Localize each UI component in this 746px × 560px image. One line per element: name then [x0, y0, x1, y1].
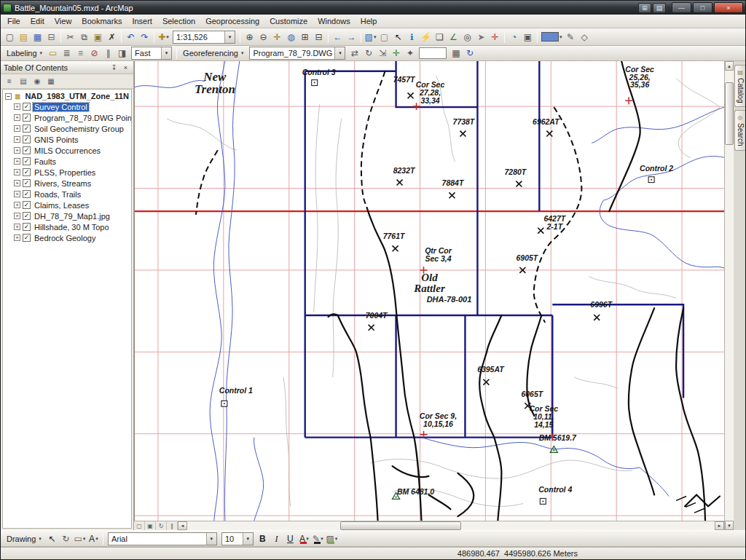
lock-labels-icon[interactable]: ⊘	[87, 47, 101, 60]
rotation-input[interactable]	[419, 47, 447, 59]
hyperlink-icon[interactable]: ⚡	[419, 31, 433, 44]
find-route-icon[interactable]: ➤	[474, 31, 488, 44]
list-by-drawing-order-icon[interactable]: ≡	[3, 76, 16, 87]
update-display-icon[interactable]: ↻	[463, 47, 476, 60]
expand-icon[interactable]: +	[14, 103, 20, 110]
measure-icon[interactable]: ∠	[447, 31, 460, 44]
collapse-icon[interactable]: −	[5, 93, 12, 100]
menu-help[interactable]: Help	[356, 15, 382, 27]
expand-icon[interactable]: +	[14, 234, 20, 241]
scroll-down-icon[interactable]: ▼	[725, 521, 734, 530]
save-icon[interactable]: ▦	[31, 31, 44, 44]
back-extent-icon[interactable]: ←	[331, 31, 345, 44]
label-weight-icon[interactable]: ≡	[74, 47, 87, 60]
toc-layer-rivers-streams[interactable]: +✓Rivers, Streams	[3, 178, 131, 189]
layer-visibility-checkbox[interactable]: ✓	[23, 201, 31, 209]
layer-visibility-checkbox[interactable]: ✓	[23, 135, 31, 143]
menu-edit[interactable]: Edit	[25, 15, 50, 27]
minimize-button[interactable]: —	[672, 2, 691, 13]
link-table-icon[interactable]: ▦	[449, 47, 463, 60]
undo-icon[interactable]: ↶	[124, 31, 138, 44]
dropdown-arrow-icon[interactable]: ▾	[224, 31, 235, 43]
find-icon[interactable]: ◎	[460, 31, 474, 44]
pause-labeling-icon[interactable]: ∥	[101, 47, 115, 60]
font-size-combo[interactable]: 10▾	[221, 532, 254, 545]
menu-windows[interactable]: Windows	[313, 15, 356, 27]
dropdown-arrow-icon[interactable]: ▾	[206, 533, 216, 545]
style-menu-icon[interactable]: ▤	[653, 3, 666, 13]
font-color-button[interactable]: A▾	[297, 532, 311, 545]
toc-layer-survey-control[interactable]: +✓Survey Control	[3, 101, 131, 112]
toc-layer-gnis-points[interactable]: +✓GNIS Points	[3, 134, 131, 145]
toc-layer-faults[interactable]: +✓Faults	[3, 156, 131, 167]
toc-layer-program-78-79-dwg-point[interactable]: +✓Program_78_79.DWG Point	[3, 112, 131, 123]
add-control-points-icon[interactable]: ✛	[389, 47, 403, 60]
layer-visibility-checkbox[interactable]: ✓	[23, 157, 31, 165]
auto-hide-pin-icon[interactable]: ↧	[109, 64, 119, 71]
scroll-right-icon[interactable]: ►	[715, 521, 724, 530]
fixed-zoom-in-icon[interactable]: ⊞	[298, 31, 312, 44]
vertical-scroll-track[interactable]	[725, 71, 734, 521]
layer-visibility-checkbox[interactable]: ✓	[23, 146, 31, 154]
shape-tool-icon[interactable]: ▭▾	[73, 532, 87, 545]
labeling-menu[interactable]: Labeling▾	[3, 48, 46, 58]
toc-layer-dh-78-79-map1-jpg[interactable]: +✓DH_78_79_Map1.jpg	[3, 210, 131, 221]
drawing-menu[interactable]: Drawing▾	[3, 534, 45, 544]
dropdown-arrow-icon[interactable]: ▾	[161, 47, 171, 59]
clear-selection-icon[interactable]: ▢	[377, 31, 391, 44]
expand-icon[interactable]: +	[14, 125, 20, 132]
expand-icon[interactable]: +	[14, 191, 20, 197]
line-color-button[interactable]: ✎▾	[311, 532, 325, 545]
fixed-zoom-out-icon[interactable]: ⊟	[312, 31, 326, 44]
expand-icon[interactable]: +	[14, 213, 20, 219]
layer-visibility-checkbox[interactable]: ✓	[23, 190, 31, 198]
layer-visibility-checkbox[interactable]: ✓	[23, 125, 31, 133]
menu-geoprocessing[interactable]: Geoprocessing	[200, 15, 264, 27]
list-by-visibility-icon[interactable]: ◉	[31, 76, 44, 87]
data-view-button[interactable]: ▢	[134, 521, 145, 530]
expand-icon[interactable]: +	[14, 202, 20, 208]
new-map-icon[interactable]: ▢	[3, 31, 17, 44]
open-icon[interactable]: ▤	[17, 31, 31, 44]
add-data-icon[interactable]: ✚▾	[157, 31, 170, 44]
menu-file[interactable]: File	[2, 15, 25, 27]
layout-view-button[interactable]: ▣	[145, 521, 156, 530]
menu-insert[interactable]: Insert	[127, 15, 157, 27]
layer-visibility-checkbox[interactable]: ✓	[23, 223, 31, 231]
text-tool-icon[interactable]: A▾	[87, 532, 101, 545]
scroll-up-icon[interactable]: ▲	[725, 61, 734, 71]
toc-root-item[interactable]: − ≣ NAD_1983_UTM_Zone_11N	[3, 91, 131, 101]
refresh-view-button[interactable]: ↻	[156, 521, 167, 530]
toc-layer-plss-properties[interactable]: +✓PLSS, Properties	[3, 167, 131, 178]
view-unplaced-icon[interactable]: ◨	[115, 47, 129, 60]
fill-color-button[interactable]: ▨▾	[325, 532, 339, 545]
layer-visibility-checkbox[interactable]: ✓	[23, 168, 31, 176]
menu-customize[interactable]: Customize	[264, 15, 313, 27]
label-priority-icon[interactable]: ≣	[60, 47, 74, 60]
style-swatch[interactable]: ▾	[541, 32, 562, 42]
layer-visibility-checkbox[interactable]: ✓	[23, 103, 31, 111]
layer-visibility-checkbox[interactable]: ✓	[23, 179, 31, 187]
select-elements-icon[interactable]: ↖	[391, 31, 405, 44]
expand-icon[interactable]: +	[14, 114, 20, 121]
redo-icon[interactable]: ↷	[138, 31, 152, 44]
menu-selection[interactable]: Selection	[157, 15, 200, 27]
zoom-out-icon[interactable]: ⊖	[256, 31, 270, 44]
select-features-icon[interactable]: ▧▾	[364, 31, 377, 44]
auto-adjust-icon[interactable]: ✦	[403, 47, 417, 60]
expand-icon[interactable]: +	[14, 180, 20, 186]
close-button[interactable]: ×	[714, 2, 743, 13]
identify-icon[interactable]: ℹ	[405, 31, 419, 44]
italic-button[interactable]: I	[270, 532, 283, 545]
map-canvas[interactable]: Control 3NewTrenton7457TCor Sec27,28,33,…	[135, 61, 724, 521]
toc-layer-soil-geochemistry-group[interactable]: +✓Soil Geochemistry Group	[3, 123, 131, 134]
georeferencing-menu[interactable]: Georeferencing▾	[179, 48, 247, 58]
menu-view[interactable]: View	[50, 15, 77, 27]
tab-search[interactable]: ◎Search	[734, 110, 745, 151]
expand-icon[interactable]: +	[14, 224, 20, 230]
font-combo[interactable]: Arial▾	[108, 532, 217, 545]
vertical-scroll-thumb[interactable]	[725, 82, 734, 145]
pan-icon[interactable]: ✛	[270, 31, 284, 44]
print-icon[interactable]: ⊟	[44, 31, 58, 44]
layer-visibility-checkbox[interactable]: ✓	[23, 234, 31, 242]
